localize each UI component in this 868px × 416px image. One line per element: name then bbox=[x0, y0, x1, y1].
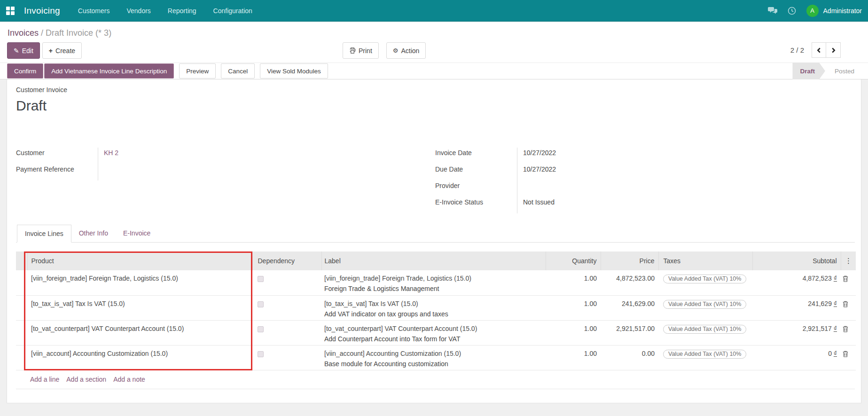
invoice-state-title: Draft bbox=[16, 98, 855, 114]
delete-line-icon[interactable] bbox=[843, 351, 848, 359]
provider-field-value[interactable] bbox=[517, 181, 755, 197]
edit-button[interactable]: ✎ Edit bbox=[7, 42, 40, 59]
statusbar: Confirm Add Vietnamese Invoice Line Desc… bbox=[0, 63, 868, 79]
due-date-field-label: Due Date bbox=[435, 164, 517, 181]
label-line-1: [to_tax_is_vat] Tax Is VAT (15.0) bbox=[324, 300, 542, 307]
label-cell: [viin_foreign_trade] Foreign Trade, Logi… bbox=[321, 270, 546, 295]
row-handle-cell bbox=[16, 320, 27, 345]
taxes-cell: Value Added Tax (VAT) 10% bbox=[658, 295, 752, 320]
currency-symbol: ₫ bbox=[834, 325, 837, 332]
action-button[interactable]: ⚙ Action bbox=[386, 42, 426, 59]
tab-e-invoice[interactable]: E-Invoice bbox=[116, 225, 158, 243]
payment-reference-field-label: Payment Reference bbox=[16, 164, 98, 181]
user-name[interactable]: Administrator bbox=[823, 7, 862, 15]
messages-icon[interactable] bbox=[768, 7, 777, 15]
state-posted[interactable]: Posted bbox=[825, 68, 862, 75]
gear-icon: ⚙ bbox=[393, 47, 399, 54]
dependency-checkbox[interactable] bbox=[258, 301, 264, 307]
label-line-2: Base module for Accounting customization bbox=[324, 360, 542, 368]
quantity-cell: 1.00 bbox=[546, 320, 601, 345]
menu-vendors[interactable]: Vendors bbox=[126, 7, 150, 15]
add-a-section-link[interactable]: Add a section bbox=[66, 376, 106, 383]
dependency-cell bbox=[252, 345, 321, 370]
product-column-header[interactable]: Product bbox=[27, 251, 252, 270]
add-a-note-link[interactable]: Add a note bbox=[113, 376, 145, 383]
preview-button[interactable]: Preview bbox=[179, 63, 216, 78]
invoice-line-row[interactable]: [to_vat_counterpart] VAT Counterpart Acc… bbox=[16, 320, 856, 345]
subtotal-cell: 2,921,517 ₫ bbox=[752, 320, 841, 345]
menu-reporting[interactable]: Reporting bbox=[168, 7, 196, 15]
invoice-lines-body: [viin_foreign_trade] Foreign Trade, Logi… bbox=[16, 270, 856, 370]
confirm-button[interactable]: Confirm bbox=[7, 63, 43, 78]
customer-field-value[interactable]: KH 2 bbox=[98, 148, 279, 164]
einvoice-status-field-label: E-Invoice Status bbox=[435, 197, 517, 213]
table-header-row: Product Dependency Label Quantity Price … bbox=[16, 251, 856, 270]
create-button[interactable]: + Create bbox=[42, 42, 82, 59]
subtotal-cell: 241,629 ₫ bbox=[752, 295, 841, 320]
label-line-2: Foreign Trade & Logistics Management bbox=[324, 285, 542, 292]
tab-other-info[interactable]: Other Info bbox=[71, 225, 116, 243]
price-column-header[interactable]: Price bbox=[601, 251, 658, 270]
due-date-field-value[interactable]: 10/27/2022 bbox=[517, 164, 755, 181]
app-name[interactable]: Invoicing bbox=[24, 6, 60, 16]
dependency-column-header[interactable]: Dependency bbox=[252, 251, 321, 270]
delete-line-icon[interactable] bbox=[843, 301, 848, 309]
taxes-column-header[interactable]: Taxes bbox=[658, 251, 752, 270]
pencil-icon: ✎ bbox=[14, 47, 19, 55]
tax-badge: Value Added Tax (VAT) 10% bbox=[663, 275, 746, 283]
dependency-cell bbox=[252, 270, 321, 295]
delete-line-icon[interactable] bbox=[843, 275, 848, 283]
breadcrumb-current: Draft Invoice (* 3) bbox=[46, 28, 111, 38]
price-cell: 2,921,517.00 bbox=[601, 320, 658, 345]
breadcrumb-invoices-link[interactable]: Invoices bbox=[8, 28, 39, 38]
optional-columns-icon[interactable]: ⋮ bbox=[841, 251, 856, 270]
label-line-2: Add Counterpart Account into Tax form fo… bbox=[324, 335, 542, 343]
page-bottom-background bbox=[0, 410, 868, 416]
pager-next-button[interactable] bbox=[826, 42, 841, 58]
apps-grid-icon[interactable] bbox=[6, 7, 15, 15]
quantity-cell: 1.00 bbox=[546, 345, 601, 370]
label-line-1: [viin_foreign_trade] Foreign Trade, Logi… bbox=[324, 275, 542, 282]
row-handle-cell bbox=[16, 345, 27, 370]
quantity-cell: 1.00 bbox=[546, 270, 601, 295]
delete-line-icon[interactable] bbox=[843, 326, 848, 334]
payment-reference-field-value[interactable] bbox=[98, 164, 279, 181]
pager-previous-button[interactable] bbox=[812, 42, 826, 58]
tab-invoice-lines[interactable]: Invoice Lines bbox=[17, 225, 71, 243]
activities-clock-icon[interactable] bbox=[788, 7, 796, 15]
menu-configuration[interactable]: Configuration bbox=[213, 7, 252, 15]
invoice-date-field-value[interactable]: 10/27/2022 bbox=[517, 148, 755, 164]
cancel-button[interactable]: Cancel bbox=[221, 63, 255, 78]
user-avatar[interactable]: A bbox=[806, 5, 819, 17]
quantity-column-header[interactable]: Quantity bbox=[546, 251, 601, 270]
invoice-line-row[interactable]: [viin_account] Accounting Customization … bbox=[16, 345, 856, 370]
label-line-1: [viin_account] Accounting Customization … bbox=[324, 350, 542, 357]
actions-cell bbox=[841, 345, 856, 370]
taxes-cell: Value Added Tax (VAT) 10% bbox=[658, 270, 752, 295]
control-panel: Invoices / Draft Invoice (* 3) ✎ Edit + … bbox=[0, 22, 868, 63]
dependency-checkbox[interactable] bbox=[258, 351, 264, 357]
invoice-line-row[interactable]: [viin_foreign_trade] Foreign Trade, Logi… bbox=[16, 270, 856, 295]
menu-customers[interactable]: Customers bbox=[78, 7, 110, 15]
subtotal-column-header[interactable]: Subtotal bbox=[752, 251, 841, 270]
label-line-1: [to_vat_counterpart] VAT Counterpart Acc… bbox=[324, 325, 542, 332]
row-handle-cell bbox=[16, 270, 27, 295]
quantity-cell: 1.00 bbox=[546, 295, 601, 320]
invoice-lines-table-wrap: Product Dependency Label Quantity Price … bbox=[16, 251, 855, 389]
document-type-label: Customer Invoice bbox=[16, 86, 855, 94]
invoice-line-row[interactable]: [to_tax_is_vat] Tax Is VAT (15.0) [to_ta… bbox=[16, 295, 856, 320]
invoice-sheet: Customer Invoice Draft Customer KH 2 Pay… bbox=[7, 79, 861, 403]
dependency-checkbox[interactable] bbox=[258, 276, 264, 282]
subtotal-cell: 4,872,523 ₫ bbox=[752, 270, 841, 295]
label-column-header[interactable]: Label bbox=[321, 251, 546, 270]
view-sold-modules-button[interactable]: View Sold Modules bbox=[260, 63, 328, 78]
actions-cell bbox=[841, 270, 856, 295]
state-draft[interactable]: Draft bbox=[792, 63, 825, 79]
add-a-line-link[interactable]: Add a line bbox=[30, 376, 59, 383]
handle-column-header bbox=[16, 251, 27, 270]
dependency-cell bbox=[252, 295, 321, 320]
price-cell: 0.00 bbox=[601, 345, 658, 370]
dependency-checkbox[interactable] bbox=[258, 326, 264, 332]
print-button[interactable]: Print bbox=[343, 42, 379, 59]
add-vietnamese-description-button[interactable]: Add Vietnamese Invoice Line Description bbox=[44, 63, 174, 78]
